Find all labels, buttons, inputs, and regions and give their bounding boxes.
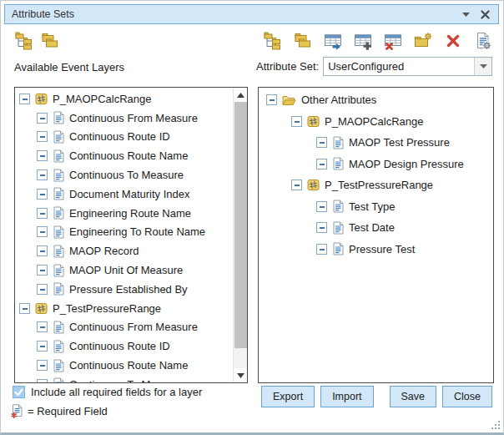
collapse-box[interactable] bbox=[37, 284, 48, 295]
collapse-box[interactable] bbox=[291, 116, 302, 127]
delete-button[interactable] bbox=[443, 31, 463, 51]
scroll-down-button[interactable] bbox=[234, 368, 247, 382]
collapse-box[interactable] bbox=[37, 189, 48, 200]
collapse-box[interactable] bbox=[316, 244, 327, 255]
tree-item-label: P_MAOPCalcRange bbox=[325, 115, 424, 128]
tree-item-label: Continuous To Measure bbox=[69, 378, 184, 383]
field-icon bbox=[53, 130, 64, 144]
tree-item[interactable]: Continuous Route Name bbox=[15, 146, 233, 165]
collapse-box[interactable] bbox=[291, 180, 302, 190]
scroll-up-button[interactable] bbox=[234, 88, 247, 102]
scroll-thumb[interactable] bbox=[234, 102, 247, 348]
collapse-box[interactable] bbox=[37, 265, 48, 276]
collapse-box[interactable] bbox=[316, 222, 327, 233]
field-icon bbox=[53, 169, 64, 182]
tree-item[interactable]: P_TestPressureRange bbox=[15, 299, 233, 318]
collapse-box[interactable] bbox=[37, 341, 48, 352]
close-icon[interactable] bbox=[481, 10, 490, 19]
save-button[interactable]: Save bbox=[390, 386, 437, 407]
titlebar-menu-icon[interactable] bbox=[462, 12, 470, 17]
tree-item[interactable]: Document Maturity Index bbox=[15, 185, 233, 204]
field-icon bbox=[332, 136, 344, 149]
collapse-box[interactable] bbox=[266, 94, 277, 105]
required-field-legend: = Required Field bbox=[11, 404, 108, 418]
tree-item[interactable]: Continuous Route ID bbox=[15, 336, 233, 356]
tree-item[interactable]: P_TestPressureRange bbox=[259, 175, 493, 196]
tree-folders-icon bbox=[264, 32, 282, 50]
table-delete-icon bbox=[384, 32, 402, 50]
tree-item[interactable]: Continuous To Measure bbox=[15, 375, 233, 383]
tree-item-label: Engineering Route Name bbox=[69, 207, 191, 220]
new-attribute-set-button[interactable] bbox=[14, 31, 34, 51]
tree-item-label: MAOP Record bbox=[69, 245, 139, 257]
collapse-box[interactable] bbox=[37, 150, 48, 161]
available-event-layers-label: Available Event Layers bbox=[14, 61, 124, 73]
tree-item[interactable]: Pressure Established By bbox=[15, 280, 233, 299]
field-icon bbox=[53, 245, 64, 258]
field-icon bbox=[53, 264, 64, 277]
tree-item-label: Test Type bbox=[349, 200, 395, 213]
collapse-box[interactable] bbox=[37, 169, 48, 180]
tree-item[interactable]: P_MAOPCalcRange bbox=[259, 111, 493, 133]
tree-item-label: Continuous To Measure bbox=[69, 169, 184, 181]
dropdown-arrow-icon[interactable] bbox=[474, 58, 491, 75]
open-attribute-sets-button[interactable] bbox=[40, 31, 60, 51]
tree-item-label: P_TestPressureRange bbox=[325, 179, 433, 191]
tree-item[interactable]: Test Type bbox=[259, 196, 493, 218]
button-row: Export Import Save Close bbox=[261, 386, 492, 407]
import-button[interactable]: Import bbox=[320, 386, 373, 407]
open-event-layer-sets-button[interactable] bbox=[293, 31, 313, 51]
tree-item[interactable]: MAOP Test Pressure bbox=[259, 132, 493, 154]
tree-item[interactable]: Continuous Route Name bbox=[15, 356, 233, 375]
add-table-button[interactable] bbox=[353, 31, 373, 51]
collapse-box[interactable] bbox=[37, 226, 48, 237]
tree-item[interactable]: MAOP Unit Of Measure bbox=[15, 260, 233, 280]
scrollbar[interactable] bbox=[233, 88, 247, 382]
tree-item[interactable]: Engineering To Route Name bbox=[15, 223, 233, 242]
collapse-box[interactable] bbox=[37, 245, 48, 256]
export-table-button[interactable] bbox=[323, 31, 343, 51]
set-properties-button[interactable] bbox=[473, 31, 493, 51]
tree-item[interactable]: Pressure Test bbox=[259, 239, 493, 260]
attribute-set-tree: Other AttributesP_MAOPCalcRangeMAOP Test… bbox=[258, 87, 494, 383]
tree-item-label: MAOP Design Pressure bbox=[349, 158, 464, 170]
collapse-box[interactable] bbox=[37, 321, 48, 332]
tree-item[interactable]: MAOP Record bbox=[15, 241, 233, 260]
tree-item[interactable]: Continuous To Measure bbox=[15, 165, 233, 185]
folder-icon bbox=[282, 94, 296, 106]
collapse-box[interactable] bbox=[37, 360, 48, 371]
tree-item[interactable]: P_MAOPCalcRange bbox=[15, 89, 233, 109]
field-icon bbox=[53, 149, 64, 163]
field-icon bbox=[332, 242, 344, 255]
tree-item[interactable]: MAOP Design Pressure bbox=[259, 154, 493, 175]
tree-item[interactable]: Continuous From Measure bbox=[15, 318, 233, 337]
tree-item-label: Continuous Route ID bbox=[69, 340, 170, 352]
tree-item[interactable]: Other Attributes bbox=[259, 89, 493, 111]
include-required-fields-checkbox[interactable] bbox=[13, 386, 25, 398]
tree-item[interactable]: Continuous Route ID bbox=[15, 128, 233, 147]
resize-grip-icon[interactable] bbox=[490, 419, 501, 430]
include-required-fields-row: Include all required fields for a layer bbox=[13, 386, 202, 398]
tree-item[interactable]: Engineering Route Name bbox=[15, 204, 233, 223]
collapse-box[interactable] bbox=[37, 113, 48, 124]
toolbar-left bbox=[14, 31, 60, 51]
collapse-box[interactable] bbox=[37, 131, 48, 142]
attribute-set-dropdown[interactable]: UserConfigured bbox=[323, 57, 492, 76]
collapse-box[interactable] bbox=[37, 208, 48, 219]
titlebar-controls bbox=[462, 10, 498, 19]
collapse-box[interactable] bbox=[19, 94, 30, 104]
tree-item-label: Pressure Test bbox=[349, 243, 415, 255]
new-group-button[interactable] bbox=[413, 31, 433, 51]
collapse-box[interactable] bbox=[316, 137, 327, 148]
collapse-box[interactable] bbox=[37, 379, 48, 383]
tree-item[interactable]: Test Date bbox=[259, 217, 493, 239]
new-event-layer-set-button[interactable] bbox=[263, 31, 283, 51]
export-button[interactable]: Export bbox=[261, 386, 315, 407]
collapse-box[interactable] bbox=[316, 201, 327, 212]
close-button[interactable]: Close bbox=[442, 386, 492, 407]
titlebar[interactable]: Attribute Sets bbox=[4, 4, 499, 24]
tree-item[interactable]: Continuous From Measure bbox=[15, 109, 233, 128]
collapse-box[interactable] bbox=[316, 159, 327, 169]
remove-table-button[interactable] bbox=[383, 31, 403, 51]
collapse-box[interactable] bbox=[19, 303, 30, 314]
